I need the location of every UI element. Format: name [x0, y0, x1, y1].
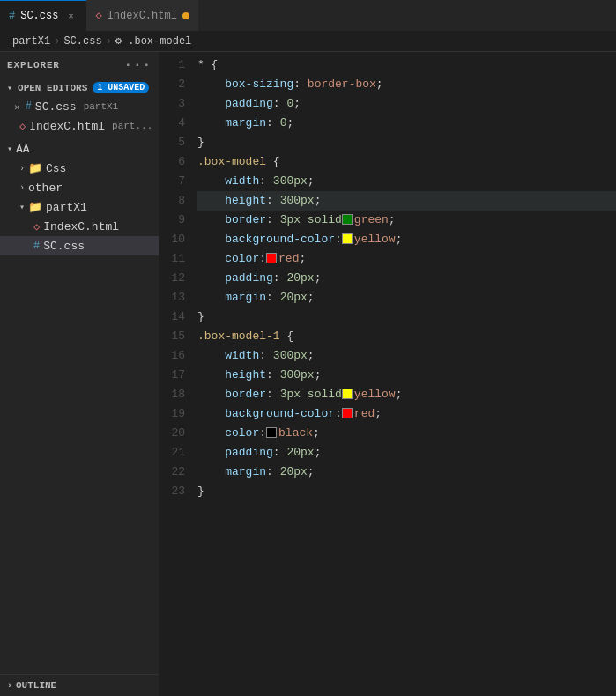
open-editors-label: OPEN EDITORS — [18, 83, 87, 93]
sc-css-file[interactable]: # SC.css — [0, 236, 159, 255]
indexc-html-file[interactable]: ◇ IndexC.html — [0, 217, 159, 236]
token-asterisk: * — [197, 56, 204, 75]
tab-unsaved-dot — [182, 12, 189, 19]
tab-sc-css[interactable]: # SC.css ✕ — [0, 0, 86, 31]
breadcrumb-sep1: › — [54, 35, 60, 48]
indexc-html-icon: ◇ — [33, 220, 40, 233]
token-property: width — [197, 346, 259, 366]
token-colon: : — [293, 75, 301, 94]
token-value-color-name: black — [278, 424, 313, 443]
token-value-color-name: yellow — [354, 385, 396, 404]
breadcrumb-part2[interactable]: SC.css — [63, 35, 101, 48]
breadcrumb-sep2: › — [106, 35, 112, 48]
open-editor-sc-css[interactable]: ✕ # SC.css partX1 — [0, 97, 159, 116]
css-folder[interactable]: › 📁 Css — [0, 159, 159, 178]
token-colon: : — [273, 94, 280, 114]
token-punct: ; — [315, 191, 322, 211]
token-punct: ; — [389, 211, 396, 230]
token-punct: ; — [375, 404, 382, 424]
token-selector: .box-model-1 — [197, 327, 280, 346]
code-lines: * { box-sizing: border-box; padding: 0; … — [197, 56, 616, 696]
open-editor-indexc-html[interactable]: ◇ IndexC.html part... — [0, 116, 159, 136]
token-value-num: 0 — [273, 114, 287, 133]
token-value-num: 300px — [273, 191, 315, 211]
partx1-folder[interactable]: ▾ 📁 partX1 — [0, 197, 159, 217]
token-colon: : — [266, 385, 273, 404]
code-line-15: .box-model-1 { — [197, 327, 616, 346]
token-colon: : — [259, 172, 266, 191]
token-property: color — [197, 249, 259, 269]
token-value: border-box — [301, 75, 376, 94]
explorer-header: EXPLORER ··· — [0, 52, 159, 78]
outline-section[interactable]: › OUTLINE — [0, 674, 159, 696]
css-folder-icon: 📁 — [28, 161, 42, 175]
breadcrumb-part1[interactable]: partX1 — [12, 35, 50, 48]
code-line-11: color:red; — [197, 249, 616, 269]
token-punct: ; — [286, 114, 293, 133]
token-brace: } — [197, 482, 204, 501]
unsaved-badge: 1 UNSAVED — [93, 82, 149, 93]
token-colon: : — [266, 191, 273, 211]
breadcrumb-part3[interactable]: ⚙ .box-model — [115, 34, 191, 48]
token-property: padding — [197, 269, 273, 288]
close-icon[interactable]: ✕ — [14, 101, 20, 113]
token-property: margin — [197, 463, 266, 482]
token-punct: ; — [313, 424, 320, 443]
token-brace: } — [197, 133, 204, 152]
code-line-7: width: 300px; — [197, 172, 616, 191]
token-selector: .box-model — [197, 152, 266, 172]
code-line-23: } — [197, 482, 616, 501]
token-brace: { — [266, 152, 280, 172]
explorer-menu-button[interactable]: ··· — [124, 57, 152, 73]
sc-css-icon: # — [33, 240, 40, 252]
token-colon: : — [273, 443, 280, 463]
aa-section: ▾ AA › 📁 Css › other ▾ 📁 partX1 ◇ IndexC… — [0, 139, 159, 255]
token-colon: : — [266, 211, 273, 230]
partx1-chevron: ▾ — [19, 202, 25, 212]
token-colon: : — [335, 230, 342, 249]
aa-folder[interactable]: ▾ AA — [0, 139, 159, 159]
tab-close-sc-css[interactable]: ✕ — [63, 9, 78, 23]
token-colon: : — [259, 249, 266, 269]
token-value-num: 20px — [273, 288, 308, 307]
token-colon: : — [273, 269, 280, 288]
token-punct: ; — [376, 75, 383, 94]
other-label: other — [28, 181, 63, 195]
token-punct: ; — [315, 443, 322, 463]
token-punct: ; — [308, 288, 315, 307]
tab-indexc-html[interactable]: ◇ IndexC.html — [86, 0, 197, 31]
tab-label-indexc-html: IndexC.html — [108, 10, 177, 22]
token-colon: : — [266, 288, 273, 307]
token-colon: : — [266, 114, 273, 133]
token-property: padding — [197, 94, 273, 114]
color-swatch — [266, 427, 277, 438]
main-area: EXPLORER ··· ▾ OPEN EDITORS 1 UNSAVED ✕ … — [0, 52, 616, 696]
css-folder-chevron: › — [19, 164, 25, 174]
token-punct: ; — [299, 249, 306, 269]
token-value-num: 300px — [273, 366, 315, 385]
token-property: background-color — [197, 404, 335, 424]
token-colon: : — [259, 424, 266, 443]
code-editor[interactable]: 1234567891011121314151617181920212223 * … — [159, 52, 616, 696]
open-editor-indexc-path: part... — [112, 121, 152, 131]
line-numbers: 1234567891011121314151617181920212223 — [159, 56, 197, 696]
token-value-num: 0 — [280, 94, 294, 114]
token-colon: : — [266, 463, 273, 482]
token-punct: ; — [308, 346, 315, 366]
indexc-html-label: IndexC.html — [43, 220, 119, 233]
token-property: height — [197, 366, 266, 385]
outline-label: OUTLINE — [16, 680, 56, 691]
token-value-color-name: red — [354, 404, 375, 424]
token-punct: ; — [396, 230, 403, 249]
token-punct: ; — [315, 269, 322, 288]
html-icon: ◇ — [19, 120, 26, 133]
token-brace: { — [280, 327, 294, 346]
other-folder[interactable]: › other — [0, 178, 159, 197]
token-value-color-name: green — [354, 211, 389, 230]
color-swatch — [266, 253, 277, 263]
token-property: border — [197, 385, 266, 404]
token-property: border — [197, 211, 266, 230]
token-colon: : — [259, 346, 266, 366]
token-punct: ; — [293, 94, 301, 114]
code-line-21: padding: 20px; — [197, 443, 616, 463]
